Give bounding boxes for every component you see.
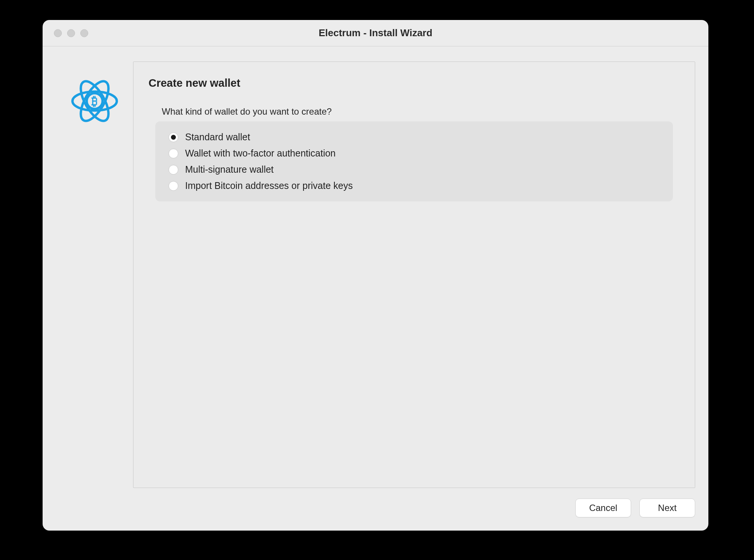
svg-text:₿: ₿ (91, 95, 98, 108)
wallet-kind-prompt: What kind of wallet do you want to creat… (162, 106, 680, 117)
radio-icon (169, 165, 178, 175)
page-title: Create new wallet (149, 77, 680, 89)
radio-icon (169, 181, 178, 191)
option-import-addresses[interactable]: Import Bitcoin addresses or private keys (169, 178, 664, 194)
window-controls (54, 29, 88, 37)
wallet-type-options: Standard wallet Wallet with two-factor a… (155, 121, 673, 201)
option-label: Import Bitcoin addresses or private keys (185, 180, 353, 191)
option-label: Multi-signature wallet (185, 164, 274, 175)
option-label: Wallet with two-factor authentication (185, 148, 336, 159)
radio-icon (169, 132, 178, 142)
close-window-icon[interactable] (54, 29, 62, 37)
fullscreen-window-icon[interactable] (80, 29, 88, 37)
titlebar: Electrum - Install Wizard (43, 20, 708, 46)
option-label: Standard wallet (185, 132, 250, 143)
wizard-footer: Cancel Next (43, 488, 708, 531)
option-multisig-wallet[interactable]: Multi-signature wallet (169, 161, 664, 178)
option-two-factor-wallet[interactable]: Wallet with two-factor authentication (169, 145, 664, 161)
next-button[interactable]: Next (639, 499, 695, 517)
window-title: Electrum - Install Wizard (319, 27, 432, 39)
radio-icon (169, 149, 178, 158)
wizard-main-panel: Create new wallet What kind of wallet do… (133, 61, 695, 488)
minimize-window-icon[interactable] (67, 29, 75, 37)
electrum-logo-icon: ₿ (68, 75, 121, 129)
wizard-sidebar: ₿ (56, 61, 133, 488)
electrum-install-wizard-window: Electrum - Install Wizard ₿ (43, 20, 708, 531)
cancel-button[interactable]: Cancel (575, 499, 631, 517)
content-area: ₿ Create new wallet What kind of wallet … (43, 46, 708, 488)
option-standard-wallet[interactable]: Standard wallet (169, 129, 664, 145)
